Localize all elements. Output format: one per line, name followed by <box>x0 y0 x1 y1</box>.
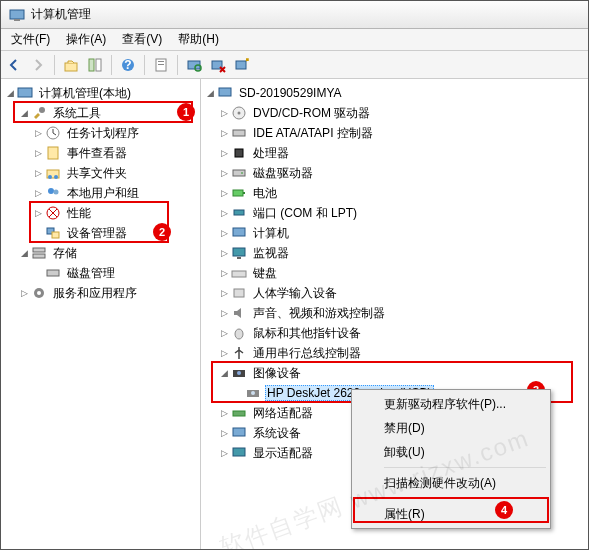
help-button[interactable]: ? <box>117 54 139 76</box>
tree-shared-folders[interactable]: ▷ 共享文件夹 <box>3 163 198 183</box>
svg-rect-4 <box>96 59 101 71</box>
expander-icon[interactable]: ▷ <box>217 346 231 360</box>
ctx-label: 更新驱动程序软件(P)... <box>384 396 506 413</box>
uninstall-button[interactable] <box>207 54 229 76</box>
expander-icon[interactable]: ◢ <box>217 366 231 380</box>
device-keyboards[interactable]: ▷键盘 <box>203 263 586 283</box>
expander-icon[interactable]: ▷ <box>217 246 231 260</box>
svg-rect-2 <box>65 63 77 71</box>
tree-device-manager[interactable]: 设备管理器 <box>3 223 198 243</box>
ctx-properties[interactable]: 属性(R) <box>354 502 548 526</box>
ctx-uninstall[interactable]: 卸载(U) <box>354 440 548 464</box>
toolbar: ? <box>1 51 588 79</box>
svg-point-22 <box>54 190 59 195</box>
expander-icon[interactable]: ▷ <box>217 326 231 340</box>
tree-performance[interactable]: ▷ 性能 <box>3 203 198 223</box>
svg-rect-52 <box>233 428 245 436</box>
svg-point-50 <box>251 391 255 395</box>
ctx-separator <box>384 467 546 468</box>
menu-file[interactable]: 文件(F) <box>3 29 58 50</box>
expander-icon[interactable]: ▷ <box>217 166 231 180</box>
device-diskdrive[interactable]: ▷磁盘驱动器 <box>203 163 586 183</box>
tree-root[interactable]: ◢ 计算机管理(本地) <box>3 83 198 103</box>
expander-icon[interactable]: ▷ <box>217 266 231 280</box>
tree-storage[interactable]: ◢ 存储 <box>3 243 198 263</box>
device-ports[interactable]: ▷端口 (COM 和 LPT) <box>203 203 586 223</box>
device-sound[interactable]: ▷声音、视频和游戏控制器 <box>203 303 586 323</box>
svg-point-15 <box>39 107 45 113</box>
expander-icon[interactable]: ▷ <box>31 126 45 140</box>
mmc-window: 计算机管理 文件(F) 操作(A) 查看(V) 帮助(H) ? ◢ 计算机管 <box>0 0 589 550</box>
expander-icon[interactable]: ▷ <box>217 126 231 140</box>
ctx-separator <box>384 498 546 499</box>
tree-event-viewer[interactable]: ▷ 事件查看器 <box>3 143 198 163</box>
expander-icon[interactable]: ◢ <box>3 86 17 100</box>
users-icon <box>45 185 61 201</box>
device-mouse[interactable]: ▷鼠标和其他指针设备 <box>203 323 586 343</box>
expander-icon[interactable]: ▷ <box>217 226 231 240</box>
device-hid[interactable]: ▷人体学输入设备 <box>203 283 586 303</box>
expander-icon[interactable]: ▷ <box>31 206 45 220</box>
tree-services-apps[interactable]: ▷ 服务和应用程序 <box>3 283 198 303</box>
disk-icon <box>45 265 61 281</box>
device-cpu[interactable]: ▷处理器 <box>203 143 586 163</box>
expander-icon[interactable]: ◢ <box>17 246 31 260</box>
expander-icon[interactable]: ▷ <box>31 186 45 200</box>
expander-icon[interactable]: ▷ <box>217 286 231 300</box>
menu-help[interactable]: 帮助(H) <box>170 29 227 50</box>
device-ide[interactable]: ▷IDE ATA/ATAPI 控制器 <box>203 123 586 143</box>
device-imaging[interactable]: ◢图像设备 <box>203 363 586 383</box>
svg-text:?: ? <box>124 58 131 72</box>
expander-icon[interactable]: ▷ <box>217 306 231 320</box>
hid-icon <box>231 285 247 301</box>
svg-point-20 <box>54 175 58 179</box>
back-button[interactable] <box>3 54 25 76</box>
update-driver-button[interactable] <box>231 54 253 76</box>
scan-hardware-button[interactable] <box>183 54 205 76</box>
svg-rect-3 <box>89 59 94 71</box>
expander-icon[interactable]: ▷ <box>217 406 231 420</box>
svg-point-33 <box>238 112 241 115</box>
tree-disk-management[interactable]: 磁盘管理 <box>3 263 198 283</box>
tree-label: DVD/CD-ROM 驱动器 <box>251 105 372 122</box>
device-tree[interactable]: ◢ SD-20190529IMYA ▷DVD/CD-ROM 驱动器 ▷IDE A… <box>201 79 588 549</box>
expander-icon[interactable]: ▷ <box>217 446 231 460</box>
device-root[interactable]: ◢ SD-20190529IMYA <box>203 83 586 103</box>
tree-local-users[interactable]: ▷ 本地用户和组 <box>3 183 198 203</box>
ctx-update-driver[interactable]: 更新驱动程序软件(P)... <box>354 392 548 416</box>
expander-icon[interactable]: ▷ <box>217 106 231 120</box>
svg-rect-25 <box>52 232 59 238</box>
display-adapter-icon <box>231 445 247 461</box>
tree-label: 性能 <box>65 205 93 222</box>
svg-rect-17 <box>48 147 58 159</box>
expander-icon[interactable]: ▷ <box>17 286 31 300</box>
up-button[interactable] <box>60 54 82 76</box>
services-icon <box>31 285 47 301</box>
device-computers[interactable]: ▷计算机 <box>203 223 586 243</box>
console-tree[interactable]: ◢ 计算机管理(本地) ◢ 系统工具 ▷ 任务计划程序 ▷ 事件查看器 <box>1 79 201 549</box>
device-monitors[interactable]: ▷监视器 <box>203 243 586 263</box>
menu-view[interactable]: 查看(V) <box>114 29 170 50</box>
properties-button[interactable] <box>150 54 172 76</box>
svg-rect-40 <box>234 210 244 215</box>
menu-action[interactable]: 操作(A) <box>58 29 114 50</box>
expander-icon[interactable]: ◢ <box>17 106 31 120</box>
expander-icon[interactable]: ▷ <box>217 426 231 440</box>
forward-button[interactable] <box>27 54 49 76</box>
expander-icon[interactable]: ◢ <box>203 86 217 100</box>
expander-icon[interactable]: ▷ <box>217 186 231 200</box>
device-usb[interactable]: ▷通用串行总线控制器 <box>203 343 586 363</box>
ctx-disable[interactable]: 禁用(D) <box>354 416 548 440</box>
show-hide-button[interactable] <box>84 54 106 76</box>
expander-icon[interactable]: ▷ <box>217 146 231 160</box>
tree-system-tools[interactable]: ◢ 系统工具 <box>3 103 198 123</box>
svg-rect-0 <box>10 10 24 19</box>
expander-icon[interactable]: ▷ <box>31 146 45 160</box>
device-dvd[interactable]: ▷DVD/CD-ROM 驱动器 <box>203 103 586 123</box>
expander-icon[interactable]: ▷ <box>217 206 231 220</box>
tree-task-scheduler[interactable]: ▷ 任务计划程序 <box>3 123 198 143</box>
device-battery[interactable]: ▷电池 <box>203 183 586 203</box>
expander-icon[interactable]: ▷ <box>31 166 45 180</box>
ctx-scan[interactable]: 扫描检测硬件改动(A) <box>354 471 548 495</box>
port-icon <box>231 205 247 221</box>
